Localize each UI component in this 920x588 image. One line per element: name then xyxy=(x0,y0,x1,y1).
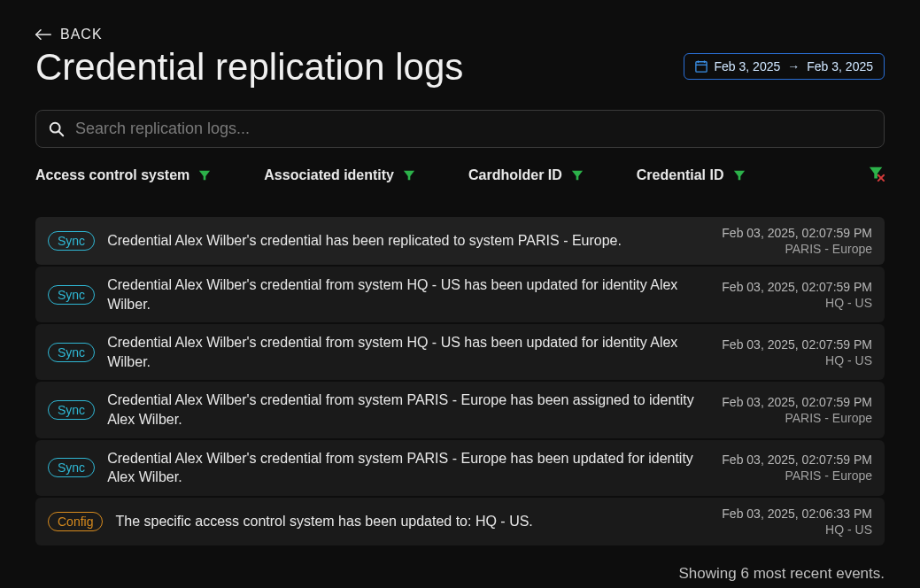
log-msg-prefix: Credential Alex Wilber's credential from… xyxy=(107,277,406,292)
log-meta: Feb 03, 2025, 02:07:59 PMHQ - US xyxy=(722,337,872,368)
log-meta: Feb 03, 2025, 02:07:59 PMPARIS - Europe xyxy=(722,226,872,256)
filter-icon xyxy=(571,169,584,182)
log-location: HQ - US xyxy=(722,522,872,537)
log-row[interactable]: SyncCredential Alex Wilber's credential … xyxy=(35,217,885,265)
log-meta: Feb 03, 2025, 02:07:59 PMHQ - US xyxy=(722,280,872,310)
svg-marker-9 xyxy=(572,171,583,181)
filter-clear-icon xyxy=(869,166,885,182)
back-label: BACK xyxy=(60,27,103,43)
log-meta: Feb 03, 2025, 02:06:33 PMHQ - US xyxy=(722,507,872,537)
search-icon xyxy=(49,121,65,137)
system-tag: HQ - US xyxy=(406,277,460,292)
system-tag: HQ - US xyxy=(406,335,460,350)
log-msg-prefix: The specific access control system has b… xyxy=(115,514,475,529)
filter-identity[interactable]: Associated identity xyxy=(264,167,415,183)
log-location: PARIS - Europe xyxy=(722,411,872,425)
log-list: SyncCredential Alex Wilber's credential … xyxy=(35,217,885,545)
footer-count: Showing 6 most recent events. xyxy=(35,565,885,583)
svg-marker-7 xyxy=(199,171,210,181)
log-row[interactable]: SyncCredential Alex Wilber's credential … xyxy=(35,267,885,322)
log-row[interactable]: SyncCredential Alex Wilber's credential … xyxy=(35,382,885,437)
sync-badge: Sync xyxy=(48,231,95,251)
svg-rect-1 xyxy=(695,62,706,72)
filter-acs[interactable]: Access control system xyxy=(35,167,211,183)
log-msg-suffix: . xyxy=(618,233,622,248)
sync-badge: Sync xyxy=(48,400,95,420)
svg-line-6 xyxy=(59,131,64,135)
svg-marker-8 xyxy=(404,171,414,181)
log-timestamp: Feb 03, 2025, 02:07:59 PM xyxy=(722,226,872,240)
log-msg-prefix: Credential Alex Wilber's credential from… xyxy=(107,392,406,407)
filter-identity-label: Associated identity xyxy=(264,167,394,183)
log-timestamp: Feb 03, 2025, 02:07:59 PM xyxy=(722,395,872,409)
log-timestamp: Feb 03, 2025, 02:06:33 PM xyxy=(722,507,872,521)
log-timestamp: Feb 03, 2025, 02:07:59 PM xyxy=(722,453,872,467)
filter-icon xyxy=(198,169,211,182)
log-timestamp: Feb 03, 2025, 02:07:59 PM xyxy=(722,280,872,294)
filter-cardholder-label: Cardholder ID xyxy=(468,167,562,183)
sync-badge: Sync xyxy=(48,458,95,477)
search-input[interactable] xyxy=(75,120,871,138)
search-box[interactable] xyxy=(35,110,885,148)
log-row[interactable]: ConfigThe specific access control system… xyxy=(35,498,885,545)
log-location: PARIS - Europe xyxy=(722,468,872,483)
log-message: Credential Alex Wilber's credential from… xyxy=(107,275,709,313)
date-from: Feb 3, 2025 xyxy=(715,59,781,74)
log-message: Credential Alex Wilber's credential has … xyxy=(107,231,709,251)
date-arrow: → xyxy=(787,59,800,74)
calendar-icon xyxy=(695,60,707,73)
sync-badge: Sync xyxy=(48,343,95,362)
log-location: HQ - US xyxy=(722,353,872,368)
log-msg-prefix: Credential Alex Wilber's credential has … xyxy=(107,233,518,248)
system-tag: PARIS - Europe xyxy=(406,451,506,466)
svg-point-5 xyxy=(50,122,60,132)
system-tag: HQ - US xyxy=(475,514,529,529)
arrow-left-icon xyxy=(35,28,51,41)
log-meta: Feb 03, 2025, 02:07:59 PMPARIS - Europe xyxy=(722,453,872,483)
log-row[interactable]: SyncCredential Alex Wilber's credential … xyxy=(35,324,885,380)
config-badge: Config xyxy=(48,512,103,531)
log-location: PARIS - Europe xyxy=(722,242,872,256)
filter-credential[interactable]: Credential ID xyxy=(637,167,746,183)
log-msg-suffix: . xyxy=(529,514,532,529)
filter-acs-label: Access control system xyxy=(35,167,189,183)
filter-credential-label: Credential ID xyxy=(637,167,724,183)
log-timestamp: Feb 03, 2025, 02:07:59 PM xyxy=(722,337,872,352)
filter-icon xyxy=(733,169,746,182)
sync-badge: Sync xyxy=(48,285,95,305)
filter-icon xyxy=(403,169,415,182)
log-message: Credential Alex Wilber's credential from… xyxy=(107,333,709,371)
date-to: Feb 3, 2025 xyxy=(807,59,873,74)
log-msg-prefix: Credential Alex Wilber's credential from… xyxy=(107,451,406,466)
log-message: The specific access control system has b… xyxy=(115,512,709,531)
log-msg-prefix: Credential Alex Wilber's credential from… xyxy=(107,335,406,350)
svg-marker-10 xyxy=(733,171,744,181)
system-tag: PARIS - Europe xyxy=(406,392,506,407)
log-row[interactable]: SyncCredential Alex Wilber's credential … xyxy=(35,440,885,496)
back-button[interactable]: BACK xyxy=(35,27,103,43)
log-message: Credential Alex Wilber's credential from… xyxy=(107,391,709,429)
system-tag: PARIS - Europe xyxy=(518,233,618,248)
page-title: Credential replication logs xyxy=(35,46,463,89)
clear-filters-button[interactable] xyxy=(869,166,885,185)
filter-cardholder[interactable]: Cardholder ID xyxy=(468,167,584,183)
log-meta: Feb 03, 2025, 02:07:59 PMPARIS - Europe xyxy=(722,395,872,425)
log-message: Credential Alex Wilber's credential from… xyxy=(107,449,709,487)
date-range-picker[interactable]: Feb 3, 2025 → Feb 3, 2025 xyxy=(684,53,885,80)
log-location: HQ - US xyxy=(722,296,872,310)
